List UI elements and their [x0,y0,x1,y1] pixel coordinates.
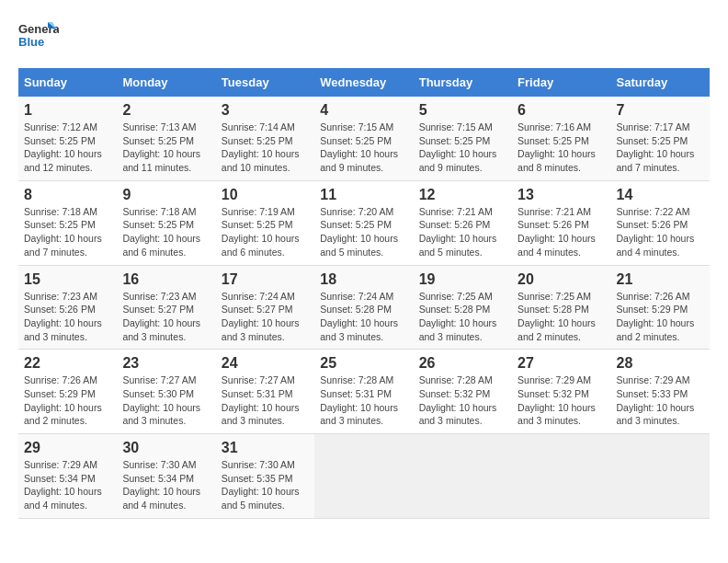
day-number: 2 [122,102,210,119]
day-info: Sunrise: 7:23 AM Sunset: 5:26 PM Dayligh… [24,290,111,344]
day-cell: 29Sunrise: 7:29 AM Sunset: 5:34 PM Dayli… [18,434,117,519]
day-number: 1 [24,102,111,119]
day-info: Sunrise: 7:24 AM Sunset: 5:27 PM Dayligh… [222,290,309,344]
day-cell: 25Sunrise: 7:28 AM Sunset: 5:31 PM Dayli… [314,350,413,434]
day-info: Sunrise: 7:22 AM Sunset: 5:26 PM Dayligh… [617,205,704,259]
day-cell: 6Sunrise: 7:16 AM Sunset: 5:25 PM Daylig… [512,97,610,180]
day-header-saturday: Saturday [611,68,710,97]
week-row-4: 22Sunrise: 7:26 AM Sunset: 5:29 PM Dayli… [18,350,710,434]
day-header-monday: Monday [117,68,215,97]
day-info: Sunrise: 7:25 AM Sunset: 5:28 PM Dayligh… [518,290,605,344]
week-row-5: 29Sunrise: 7:29 AM Sunset: 5:34 PM Dayli… [18,434,710,519]
day-info: Sunrise: 7:13 AM Sunset: 5:25 PM Dayligh… [122,121,210,175]
day-cell: 17Sunrise: 7:24 AM Sunset: 5:27 PM Dayli… [216,265,314,350]
day-info: Sunrise: 7:18 AM Sunset: 5:25 PM Dayligh… [24,205,111,259]
day-info: Sunrise: 7:29 AM Sunset: 5:33 PM Dayligh… [617,373,704,428]
day-cell [314,434,413,519]
day-info: Sunrise: 7:25 AM Sunset: 5:28 PM Dayligh… [419,290,506,344]
day-info: Sunrise: 7:27 AM Sunset: 5:31 PM Dayligh… [222,373,309,428]
day-number: 3 [222,102,309,119]
day-cell: 19Sunrise: 7:25 AM Sunset: 5:28 PM Dayli… [414,265,512,350]
day-number: 15 [24,271,111,288]
day-number: 5 [419,102,506,119]
day-number: 4 [320,102,407,119]
calendar-table: SundayMondayTuesdayWednesdayThursdayFrid… [18,68,710,519]
header: General Blue [18,18,710,59]
week-row-1: 1Sunrise: 7:12 AM Sunset: 5:25 PM Daylig… [18,97,710,180]
day-number: 23 [122,355,210,372]
day-cell: 22Sunrise: 7:26 AM Sunset: 5:29 PM Dayli… [18,350,117,434]
day-cell: 23Sunrise: 7:27 AM Sunset: 5:30 PM Dayli… [117,350,215,434]
day-number: 7 [617,102,704,119]
day-cell [414,434,512,519]
day-cell: 9Sunrise: 7:18 AM Sunset: 5:25 PM Daylig… [117,180,215,265]
day-info: Sunrise: 7:15 AM Sunset: 5:25 PM Dayligh… [320,121,407,175]
day-number: 19 [419,271,506,288]
day-info: Sunrise: 7:30 AM Sunset: 5:35 PM Dayligh… [222,458,309,512]
day-cell: 2Sunrise: 7:13 AM Sunset: 5:25 PM Daylig… [117,97,215,180]
day-cell: 27Sunrise: 7:29 AM Sunset: 5:32 PM Dayli… [512,350,610,434]
day-info: Sunrise: 7:12 AM Sunset: 5:25 PM Dayligh… [24,121,111,175]
day-cell: 31Sunrise: 7:30 AM Sunset: 5:35 PM Dayli… [216,434,314,519]
day-info: Sunrise: 7:21 AM Sunset: 5:26 PM Dayligh… [518,205,605,259]
day-cell [512,434,610,519]
day-info: Sunrise: 7:29 AM Sunset: 5:34 PM Dayligh… [24,458,111,512]
week-row-3: 15Sunrise: 7:23 AM Sunset: 5:26 PM Dayli… [18,265,710,350]
day-number: 10 [222,187,309,203]
day-number: 6 [518,102,605,119]
day-info: Sunrise: 7:23 AM Sunset: 5:27 PM Dayligh… [122,290,210,344]
day-number: 18 [320,271,407,288]
day-cell: 14Sunrise: 7:22 AM Sunset: 5:26 PM Dayli… [611,180,710,265]
day-cell: 1Sunrise: 7:12 AM Sunset: 5:25 PM Daylig… [18,97,117,180]
day-number: 29 [24,440,111,456]
day-cell: 21Sunrise: 7:26 AM Sunset: 5:29 PM Dayli… [611,265,710,350]
day-number: 30 [122,440,210,456]
day-cell: 8Sunrise: 7:18 AM Sunset: 5:25 PM Daylig… [18,180,117,265]
day-cell: 16Sunrise: 7:23 AM Sunset: 5:27 PM Dayli… [117,265,215,350]
day-info: Sunrise: 7:26 AM Sunset: 5:29 PM Dayligh… [617,290,704,344]
day-cell: 30Sunrise: 7:30 AM Sunset: 5:34 PM Dayli… [117,434,215,519]
day-info: Sunrise: 7:29 AM Sunset: 5:32 PM Dayligh… [518,373,605,428]
day-number: 22 [24,355,111,372]
day-number: 11 [320,187,407,203]
day-number: 24 [222,355,309,372]
day-info: Sunrise: 7:27 AM Sunset: 5:30 PM Dayligh… [122,373,210,428]
logo-bird-icon: General Blue [18,18,59,59]
day-header-tuesday: Tuesday [216,68,314,97]
day-cell: 11Sunrise: 7:20 AM Sunset: 5:25 PM Dayli… [314,180,413,265]
day-info: Sunrise: 7:14 AM Sunset: 5:25 PM Dayligh… [222,121,309,175]
day-number: 21 [617,271,704,288]
svg-text:Blue: Blue [18,35,44,49]
day-cell: 12Sunrise: 7:21 AM Sunset: 5:26 PM Dayli… [414,180,512,265]
day-number: 13 [518,187,605,203]
day-cell: 26Sunrise: 7:28 AM Sunset: 5:32 PM Dayli… [414,350,512,434]
day-cell: 7Sunrise: 7:17 AM Sunset: 5:25 PM Daylig… [611,97,710,180]
day-number: 31 [222,440,309,456]
week-row-2: 8Sunrise: 7:18 AM Sunset: 5:25 PM Daylig… [18,180,710,265]
day-info: Sunrise: 7:15 AM Sunset: 5:25 PM Dayligh… [419,121,506,175]
day-info: Sunrise: 7:30 AM Sunset: 5:34 PM Dayligh… [122,458,210,512]
day-number: 14 [617,187,704,203]
day-info: Sunrise: 7:26 AM Sunset: 5:29 PM Dayligh… [24,373,111,428]
day-cell: 18Sunrise: 7:24 AM Sunset: 5:28 PM Dayli… [314,265,413,350]
day-number: 16 [122,271,210,288]
day-headers: SundayMondayTuesdayWednesdayThursdayFrid… [18,68,710,97]
day-info: Sunrise: 7:24 AM Sunset: 5:28 PM Dayligh… [320,290,407,344]
day-header-thursday: Thursday [414,68,512,97]
day-cell: 13Sunrise: 7:21 AM Sunset: 5:26 PM Dayli… [512,180,610,265]
day-number: 8 [24,187,111,203]
day-number: 20 [518,271,605,288]
day-cell: 15Sunrise: 7:23 AM Sunset: 5:26 PM Dayli… [18,265,117,350]
day-number: 25 [320,355,407,372]
day-info: Sunrise: 7:19 AM Sunset: 5:25 PM Dayligh… [222,205,309,259]
day-cell: 28Sunrise: 7:29 AM Sunset: 5:33 PM Dayli… [611,350,710,434]
day-cell: 4Sunrise: 7:15 AM Sunset: 5:25 PM Daylig… [314,97,413,180]
day-header-wednesday: Wednesday [314,68,413,97]
day-header-friday: Friday [512,68,610,97]
day-cell: 24Sunrise: 7:27 AM Sunset: 5:31 PM Dayli… [216,350,314,434]
day-cell: 5Sunrise: 7:15 AM Sunset: 5:25 PM Daylig… [414,97,512,180]
day-info: Sunrise: 7:28 AM Sunset: 5:32 PM Dayligh… [419,373,506,428]
day-number: 12 [419,187,506,203]
day-cell [611,434,710,519]
day-cell: 20Sunrise: 7:25 AM Sunset: 5:28 PM Dayli… [512,265,610,350]
